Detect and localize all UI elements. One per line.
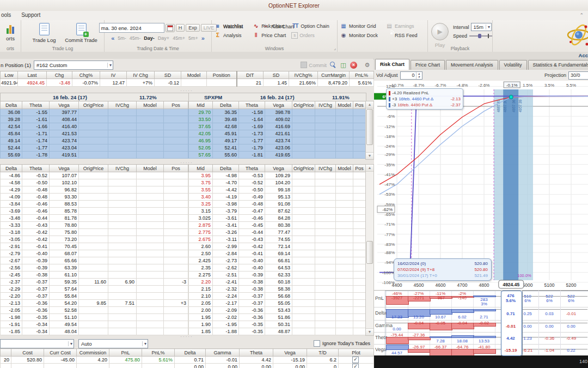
step-forward-icon[interactable]: » — [201, 35, 205, 41]
speed-handle[interactable] — [478, 34, 481, 38]
stats-header[interactable]: DIT — [237, 71, 264, 79]
chain-row[interactable]: -3.69-0.4685.78 — [1, 208, 188, 215]
stats-header[interactable]: IV — [100, 71, 127, 79]
lower-chain-scrollbar[interactable]: ▲ ▼ — [365, 164, 374, 336]
chain-row[interactable]: -2.05-0.3652.58 — [1, 307, 188, 314]
chain-row[interactable]: 52.0552.41-1.79423.06 — [189, 144, 366, 152]
chain-row[interactable]: 3.40-4.19-0.4995.13 — [189, 194, 366, 201]
chain-col-header[interactable]: Delta — [213, 165, 239, 172]
chain-row[interactable]: 3.25-3.98-0.4891.08 — [189, 201, 366, 208]
analysis-button[interactable]: ΣAnalysis — [214, 31, 252, 39]
stats-header[interactable]: Chg — [47, 71, 72, 79]
chain-col-header[interactable]: OrigPrice — [79, 101, 108, 109]
trade-log-button[interactable]: Trade Log — [27, 22, 61, 43]
chain-row[interactable]: 2.675-3.11-0.4374.55 — [189, 236, 366, 243]
close-position-icon[interactable]: × — [350, 61, 358, 69]
chain-col-header[interactable]: IVChg — [108, 101, 137, 109]
chain-row[interactable]: 3.15-3.79-0.4787.62 — [189, 208, 366, 215]
stats-header[interactable]: Model — [181, 71, 207, 79]
chain-row[interactable]: -3.33-0.4378.80 — [1, 222, 188, 229]
chain-col-header[interactable]: Model — [336, 165, 353, 172]
chain-row[interactable]: -3.48-0.4481.78 — [1, 215, 188, 222]
chain-row[interactable]: 46.9549.17-1.77423.74 — [189, 137, 366, 144]
summary-header[interactable]: Cost — [11, 349, 44, 357]
chain-row[interactable]: 2.775-3.26-0.4477.47 — [189, 229, 366, 236]
chain-row[interactable]: 42.0545.91-1.73421.61 — [189, 130, 366, 137]
price-chart-button[interactable]: ‖Price Chart — [252, 31, 291, 39]
summary-header[interactable]: Curr Cost — [44, 349, 77, 357]
chain-col-header[interactable]: Pos — [164, 165, 188, 172]
stats-header[interactable]: IVChg% — [289, 71, 318, 79]
tab-volatility[interactable]: Volatility — [499, 60, 527, 70]
stats-header[interactable]: Chg% — [72, 71, 100, 79]
chain-row[interactable]: 2.50-2.84-0.4169.14 — [189, 250, 366, 257]
chain-row[interactable]: -4.29-0.4896.82 — [1, 186, 188, 194]
chain-col-header[interactable]: OrigPrice — [292, 165, 315, 172]
chain-row[interactable]: -3.18-0.4275.80 — [1, 229, 188, 236]
chain-row[interactable]: 1.90-1.95-0.3550.31 — [189, 321, 366, 328]
mode-select[interactable]: Auto▾ — [78, 339, 148, 348]
chain-row[interactable]: -2.20-0.3755.84 — [1, 293, 188, 300]
ribbon-collapse-icon[interactable]: ⌃ — [579, 13, 584, 18]
chain-col-header[interactable]: Vega — [265, 101, 292, 109]
chain-row[interactable]: 2.15-2.32-0.3858.38 — [189, 286, 366, 293]
summary-header[interactable]: T/D — [307, 349, 339, 357]
chain-row[interactable]: 2.60-2.99-0.4272.14 — [189, 243, 366, 250]
stats-header[interactable]: Last — [18, 71, 47, 79]
chain-col-header[interactable]: OrigPrice — [292, 101, 315, 109]
chain-row[interactable]: -2.37-0.3759.3511.606.90-3 — [1, 279, 188, 286]
chain-row[interactable]: -3.84-0.4688.53 — [1, 201, 188, 208]
projection-input[interactable]: 30/0 — [568, 71, 588, 80]
watchlist-button[interactable]: ≡Watchlist — [214, 22, 252, 30]
orders-button[interactable]: sOrders — [291, 31, 336, 39]
chain-col-header[interactable]: OrigPrice — [79, 165, 108, 172]
dialog-launcher-icon[interactable]: ⌟ — [334, 46, 336, 51]
chain-row[interactable]: 3.75-4.70-0.52104.20 — [189, 179, 366, 186]
chain-row[interactable]: 2.275-2.51-0.3962.33 — [189, 272, 366, 279]
chain-row[interactable]: 3.025-3.61-0.4684.28 — [189, 215, 366, 222]
chain-col-header[interactable]: Mid — [189, 165, 213, 172]
export-icon[interactable]: ◫ — [339, 61, 347, 69]
chain-row[interactable]: -4.58-0.50102.10 — [1, 179, 188, 186]
stats-header[interactable]: Position — [207, 71, 237, 79]
nav-45m-plus[interactable]: 45m+ — [173, 35, 185, 41]
chain-row[interactable]: 1.95-2.02-0.3651.86 — [189, 314, 366, 321]
chain-row[interactable]: -2.13-0.3654.209.857.51+3 — [1, 300, 188, 307]
chain-col-header[interactable]: IVChg — [315, 165, 336, 172]
chain-row[interactable]: 3.55-4.42-0.5099.18 — [189, 186, 366, 194]
summary-header[interactable]: Plot — [339, 349, 374, 357]
summary-header[interactable]: PnL — [109, 349, 142, 357]
speed-slider[interactable]: Speed — [453, 33, 492, 39]
nav-5m-minus[interactable]: 5m- — [118, 35, 126, 41]
chain-row[interactable]: 2.425-2.73-0.4066.81 — [189, 257, 366, 264]
chain-col-header[interactable]: Vega — [50, 165, 79, 172]
chain-col-header[interactable]: Pos — [353, 101, 366, 109]
option-chain-button[interactable]: TTOption Chain — [291, 22, 336, 30]
chain-col-header[interactable]: IVChg — [315, 101, 336, 109]
chain-col-header[interactable]: Theta — [239, 101, 265, 109]
chain-row[interactable]: 3.95-4.98-0.53109.29 — [189, 172, 366, 179]
chain-col-header[interactable]: Theta — [22, 101, 50, 109]
chain-col-header[interactable]: Pos — [164, 101, 188, 109]
play-button[interactable]: ▶ Play — [431, 22, 449, 48]
rss-feed-button[interactable]: RSS Feed — [385, 31, 424, 39]
tab-movement-analysis[interactable]: Movement Analysis — [446, 60, 498, 70]
scroll-up-icon[interactable]: ▲ — [366, 101, 373, 108]
chain-col-header[interactable]: Delta — [1, 101, 22, 109]
hour-button[interactable]: H — [176, 24, 185, 32]
nav-5m-plus[interactable]: 5m+ — [188, 35, 198, 41]
chain-row[interactable]: -2.79-0.4068.07 — [1, 250, 188, 257]
summary-header[interactable] — [1, 349, 11, 357]
chain-row[interactable]: 57.6555.60-1.81419.65 — [189, 152, 366, 159]
monitor-dock-button[interactable]: ◉Monitor Dock — [340, 31, 385, 39]
settings-gear-icon[interactable]: ⚙ — [363, 61, 371, 69]
tab-risk-chart[interactable]: Risk Chart — [375, 59, 409, 70]
ignore-trades-checkbox[interactable] — [314, 340, 320, 347]
stats-header[interactable]: Low — [1, 71, 18, 79]
chain-row[interactable]: -2.56-0.3963.39 — [1, 264, 188, 272]
chain-col-header[interactable]: Model — [336, 101, 353, 109]
chain-row[interactable]: 36.08-1.55397.77 — [1, 109, 188, 116]
chain-row[interactable]: 42.54-1.66416.40 — [1, 123, 188, 130]
chain-col-header[interactable]: Theta — [22, 165, 50, 172]
summary-header[interactable]: Commission — [77, 349, 109, 357]
